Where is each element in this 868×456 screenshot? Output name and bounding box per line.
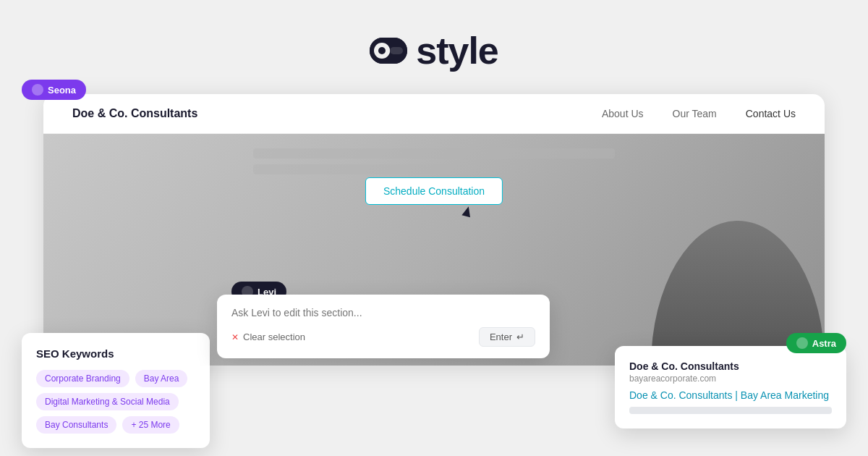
hero-bars — [253, 148, 615, 174]
search-result-bar — [629, 407, 832, 414]
seo-keywords-panel: SEO Keywords Corporate Branding Bay Area… — [22, 333, 210, 448]
seo-panel-title: SEO Keywords — [36, 347, 195, 360]
levi-actions: ✕ Clear selection Enter ↵ — [231, 327, 535, 347]
nav-bar: Doe & Co. Consultants About Us Our Team … — [43, 94, 825, 134]
seo-tag-bay-area[interactable]: Bay Area — [135, 370, 188, 387]
seona-icon — [32, 84, 43, 96]
hero-area: Schedule Consultation Levi ✕ Clear selec… — [43, 134, 825, 366]
search-result-title[interactable]: Doe & Co. Consultants | Bay Area Marketi… — [629, 389, 832, 401]
levi-input[interactable] — [231, 307, 535, 318]
levi-panel: ✕ Clear selection Enter ↵ — [217, 295, 550, 358]
search-company-name: Doe & Co. Consultants — [629, 360, 832, 372]
nav-about[interactable]: About Us — [602, 108, 644, 119]
nav-team[interactable]: Our Team — [673, 108, 717, 119]
schedule-consultation-button[interactable]: Schedule Consultation — [365, 177, 503, 205]
hero-bar-1 — [253, 148, 615, 159]
seona-badge[interactable]: Seona — [22, 80, 86, 100]
brand-name: Doe & Co. Consultants — [72, 107, 197, 120]
main-card: Seona Doe & Co. Consultants About Us Our… — [43, 94, 825, 366]
seo-tag-more[interactable]: + 25 More — [122, 416, 179, 434]
enter-icon: ↵ — [516, 332, 524, 342]
svg-rect-3 — [390, 47, 403, 54]
seo-tags: Corporate Branding Bay Area Digital Mark… — [36, 370, 195, 434]
astra-badge[interactable]: Astra — [786, 333, 846, 353]
svg-point-1 — [375, 43, 390, 58]
astra-icon — [796, 337, 808, 349]
logo-icon — [370, 38, 407, 64]
logo-area: style — [370, 29, 498, 72]
logo-text: style — [416, 29, 498, 72]
nav-contact[interactable]: Contact Us — [746, 108, 796, 119]
x-icon: ✕ — [231, 332, 239, 342]
search-result-panel: Doe & Co. Consultants bayareacorporate.c… — [615, 346, 846, 428]
seo-tag-consultants[interactable]: Bay Consultants — [36, 416, 116, 434]
svg-point-2 — [379, 47, 386, 54]
search-url: bayareacorporate.com — [629, 373, 832, 384]
seo-tag-digital[interactable]: Digital Marketing & Social Media — [36, 393, 179, 410]
seo-tag-corporate[interactable]: Corporate Branding — [36, 370, 129, 387]
enter-button[interactable]: Enter ↵ — [479, 327, 535, 347]
hero-bar-2 — [253, 164, 452, 174]
clear-selection-button[interactable]: ✕ Clear selection — [231, 332, 305, 342]
nav-links: About Us Our Team Contact Us — [602, 108, 796, 119]
